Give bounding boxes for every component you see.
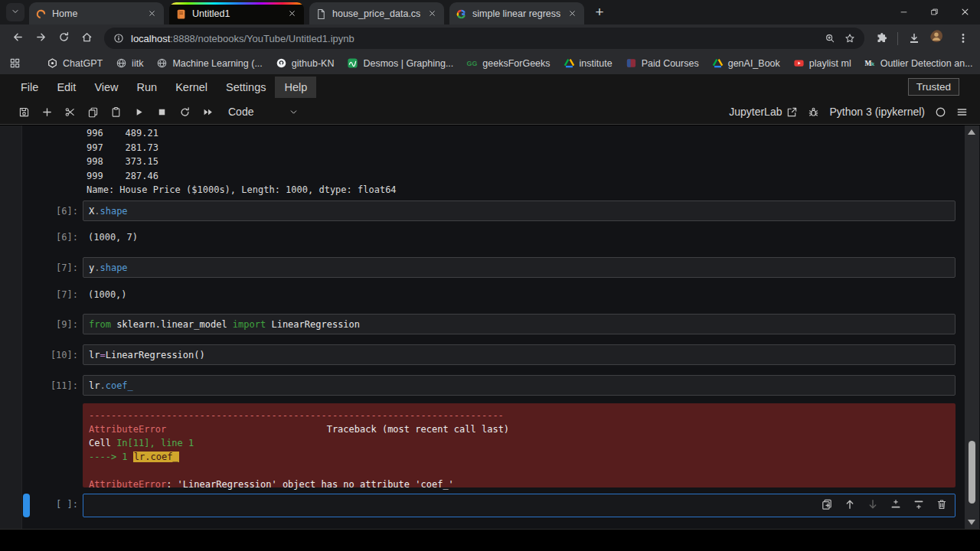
forward-button[interactable] [29,28,52,49]
cell-type-dropdown[interactable]: Code [228,106,299,118]
code-line: y.shape [89,261,949,276]
copy-button[interactable] [81,103,104,121]
close-icon [961,8,969,16]
scrollbar-thumb[interactable] [969,441,975,504]
tab-close-icon[interactable] [145,8,158,20]
debugger-button[interactable] [808,106,819,118]
menu-run[interactable]: Run [128,77,167,98]
fast-forward-button[interactable] [196,103,219,121]
browser-tab[interactable]: Home [29,2,164,24]
insert-below-cell-button[interactable] [913,498,925,510]
browser-tab[interactable]: house_price_data.csv [309,2,444,24]
move-down-cell-button[interactable] [867,498,879,510]
input-prompt: [10]: [21,348,78,363]
scroll-down-arrow-icon[interactable] [968,520,975,525]
menu-file[interactable]: File [11,77,47,98]
svg-text:GG: GG [467,60,478,67]
menu-view[interactable]: View [85,77,127,98]
trusted-badge[interactable]: Trusted [908,78,959,96]
downloads-icon[interactable] [908,32,920,44]
scrollbar[interactable] [965,126,979,529]
active-code-input[interactable] [83,494,956,517]
menu-kernel[interactable]: Kernel [166,77,217,98]
jupyter-toolbar-left [12,103,219,121]
hamburger-menu-button[interactable] [956,106,968,118]
url-bar[interactable]: localhost:8888/notebooks/YouTube/Untitle… [104,28,864,49]
profile-avatar[interactable] [930,30,947,47]
code-input[interactable]: X.shape [83,201,956,221]
cell-type-label: Code [228,106,253,118]
kernel-name[interactable]: Python 3 (ipykernel) [829,106,925,118]
bookmark-item[interactable]: GGgeeksForGeeks [466,57,550,69]
menu-settings[interactable]: Settings [217,77,275,98]
code-input[interactable]: lr=LinearRegression() [83,344,956,365]
drive-icon [564,57,575,69]
code-line: lr.coef_ [89,379,949,393]
menu-help[interactable]: Help [275,77,316,98]
menu-edit[interactable]: Edit [47,77,85,98]
cut-button[interactable] [58,103,81,121]
bookmark-item[interactable]: Machine Learning (... [156,57,262,69]
code-input[interactable]: from sklearn.linear_model import LinearR… [83,314,956,334]
save-button[interactable] [12,103,35,121]
bookmark-label: playlist ml [809,58,851,69]
insert-above-cell-button[interactable] [890,498,902,510]
restart-button[interactable] [173,103,196,121]
add-button[interactable] [35,103,58,121]
browser-menu-icon[interactable] [957,32,969,44]
google-g-icon [456,8,467,20]
apps-grid-icon [9,57,21,69]
zoom-icon[interactable] [825,33,835,44]
new-tab-button[interactable]: + [590,2,609,22]
bookmark-star-icon[interactable] [844,33,855,44]
url-text: localhost:8888/notebooks/YouTube/Untitle… [131,33,818,44]
bookmark-item[interactable]: iitk [116,57,143,69]
bookmark-item[interactable]: Paid Courses [626,57,699,69]
delete-cell-button[interactable] [936,498,948,510]
input-prompt: [ ]: [21,497,78,512]
open-jupyterlab-link[interactable]: JupyterLab [729,106,798,118]
file-doc-icon [315,8,327,20]
home-button[interactable] [75,28,98,49]
browser-tab[interactable]: simple linear regression dataset [449,2,584,24]
tab-close-icon[interactable] [426,8,438,20]
bookmark-item[interactable]: github-KN [276,57,335,69]
restore-button[interactable] [919,0,949,23]
minimize-button[interactable] [888,0,919,23]
bookmark-item[interactable]: institute [564,57,612,69]
extensions-icon[interactable] [875,32,887,44]
input-prompt: [11]: [21,379,78,393]
bug-icon [808,106,819,118]
bookmark-item[interactable]: Desmos | Graphing... [347,57,453,69]
apps-grid-button[interactable] [9,57,21,69]
toolbar-divider [897,32,898,45]
tab-strip-tabs: HomeUntitled1house_price_data.csvsimple … [29,2,590,24]
bookmark-item[interactable]: ChatGPT [47,57,103,69]
tab-search-button[interactable] [6,3,24,21]
paste-button[interactable] [104,103,127,121]
bookmark-label: Outlier Detection an... [880,58,973,69]
code-input[interactable]: lr.coef_ [83,375,956,396]
tab-title: simple linear regression dataset [472,8,560,19]
browser-tab[interactable]: Untitled1 [169,2,304,24]
bookmark-item[interactable]: playlist ml [793,57,851,69]
site-info-icon[interactable] [113,33,124,44]
scroll-up-arrow-icon[interactable] [968,129,975,135]
run-button[interactable] [127,103,150,121]
cut-icon [64,106,76,118]
close-window-button[interactable] [949,0,980,23]
move-up-cell-button[interactable] [844,498,856,510]
bookmark-item[interactable]: genAI_Book [712,57,780,69]
copy-icon [87,106,99,118]
output-text: (1000,) [88,288,127,302]
back-button[interactable] [6,28,29,49]
duplicate-cell-button[interactable] [821,498,833,510]
cell-toolbar [821,498,948,510]
tab-close-icon[interactable] [566,8,578,20]
stop-button[interactable] [150,103,173,121]
tab-close-icon[interactable] [286,8,298,20]
reload-button[interactable] [52,28,75,49]
output-prompt: [6]: [21,230,78,245]
bookmark-item[interactable]: MkOutlier Detection an... [864,57,973,69]
code-input[interactable]: y.shape [83,257,956,278]
